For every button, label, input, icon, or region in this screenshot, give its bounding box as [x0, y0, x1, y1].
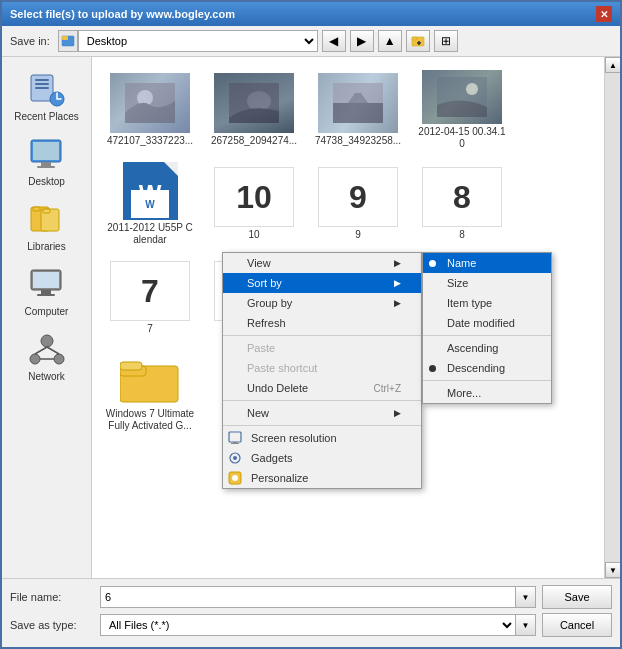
- location-dropdown[interactable]: Desktop: [78, 30, 318, 52]
- photo-thumb-4: [422, 70, 502, 124]
- create-folder-button[interactable]: [406, 30, 430, 52]
- ctx-refresh[interactable]: Refresh: [223, 313, 421, 333]
- ctx-paste-shortcut[interactable]: Paste shortcut: [223, 358, 421, 378]
- vertical-scrollbar[interactable]: ▲ ▼: [604, 57, 620, 578]
- svg-rect-16: [33, 207, 40, 211]
- svg-rect-9: [35, 87, 49, 89]
- file-item-photo3[interactable]: 74738_34923258...: [308, 65, 408, 155]
- file-item-9[interactable]: 9 9: [308, 159, 408, 249]
- ctx-new-arrow: ▶: [394, 408, 401, 418]
- ctx-view[interactable]: View ▶: [223, 253, 421, 273]
- sidebar-item-computer-label: Computer: [25, 306, 69, 317]
- number-thumb-9: 9: [318, 167, 398, 227]
- up-button[interactable]: ▲: [378, 30, 402, 52]
- file-item-10[interactable]: 10 10: [204, 159, 304, 249]
- svg-rect-7: [35, 79, 49, 81]
- svg-point-23: [41, 335, 53, 347]
- photo-thumb-2: [214, 73, 294, 133]
- ctx-group-by[interactable]: Group by ▶: [223, 293, 421, 313]
- sidebar-item-network-label: Network: [28, 371, 65, 382]
- svg-rect-39: [120, 362, 142, 370]
- title-bar: Select file(s) to upload by www.bogley.c…: [2, 2, 620, 26]
- scroll-down-button[interactable]: ▼: [605, 562, 620, 578]
- cancel-button[interactable]: Cancel: [542, 613, 612, 637]
- save-in-label: Save in:: [10, 35, 50, 47]
- save-as-type-select[interactable]: All Files (*.*): [100, 614, 516, 636]
- svg-rect-40: [229, 432, 241, 442]
- file-item-folder[interactable]: Windows 7 Ultimate Fully Activated G...: [100, 347, 200, 437]
- sort-sep2: [423, 380, 551, 381]
- file-label-photo3: 74738_34923258...: [315, 135, 401, 147]
- svg-rect-12: [33, 142, 59, 160]
- sort-item-type[interactable]: Item type: [423, 293, 551, 313]
- ctx-screen-resolution[interactable]: Screen resolution: [223, 428, 421, 448]
- svg-line-27: [47, 347, 59, 354]
- view-button[interactable]: ⊞: [434, 30, 458, 52]
- close-button[interactable]: ✕: [596, 6, 612, 22]
- file-name-dropdown-btn[interactable]: ▼: [516, 586, 536, 608]
- sort-submenu: Name Size Item type Date modified Ascend…: [422, 252, 552, 404]
- file-label-9: 9: [355, 229, 361, 241]
- file-label-word: 2011-2012 U55P Calendar: [105, 222, 195, 246]
- sidebar-item-recent-places[interactable]: Recent Places: [7, 65, 87, 126]
- screen-resolution-icon: [227, 430, 243, 446]
- sidebar-item-network[interactable]: Network: [7, 325, 87, 386]
- file-item-7[interactable]: 7 7: [100, 253, 200, 343]
- desktop-icon: [27, 134, 67, 174]
- libraries-icon: [27, 199, 67, 239]
- save-button[interactable]: Save: [542, 585, 612, 609]
- file-area[interactable]: 472107_3337223... 267258_2094274...: [92, 57, 604, 578]
- sort-size[interactable]: Size: [423, 273, 551, 293]
- sort-name[interactable]: Name: [423, 253, 551, 273]
- number-thumb-7: 7: [110, 261, 190, 321]
- file-name-label: File name:: [10, 591, 100, 603]
- sort-name-bullet: [427, 258, 437, 268]
- svg-rect-20: [33, 272, 59, 288]
- sidebar-item-computer[interactable]: Computer: [7, 260, 87, 321]
- toolbar: Save in: Desktop ◀ ▶ ▲ ⊞: [2, 26, 620, 57]
- sidebar: Recent Places Desktop: [2, 57, 92, 578]
- file-name-input[interactable]: [100, 586, 516, 608]
- ctx-undo-shortcut: Ctrl+Z: [374, 383, 402, 394]
- folder-icon: [110, 352, 190, 406]
- svg-point-46: [232, 475, 238, 481]
- file-item-photo2[interactable]: 267258_2094274...: [204, 65, 304, 155]
- sort-descending-bullet: [427, 363, 437, 373]
- svg-rect-21: [41, 290, 51, 294]
- svg-rect-22: [37, 294, 55, 296]
- sort-descending[interactable]: Descending: [423, 358, 551, 378]
- sidebar-item-desktop[interactable]: Desktop: [7, 130, 87, 191]
- sort-date-modified[interactable]: Date modified: [423, 313, 551, 333]
- save-type-row: Save as type: All Files (*.*) ▼ Cancel: [10, 613, 612, 637]
- ctx-personalize[interactable]: Personalize: [223, 468, 421, 488]
- svg-point-24: [30, 354, 40, 364]
- file-item-photo1[interactable]: 472107_3337223...: [100, 65, 200, 155]
- ctx-sep2: [223, 400, 421, 401]
- svg-point-25: [54, 354, 64, 364]
- file-label-photo4: 2012-04-15 00.34.10: [417, 126, 507, 150]
- forward-button[interactable]: ▶: [350, 30, 374, 52]
- file-item-word[interactable]: W W 2011-2012 U55P Calendar: [100, 159, 200, 249]
- scroll-up-button[interactable]: ▲: [605, 57, 620, 73]
- ctx-undo-delete[interactable]: Undo Delete Ctrl+Z: [223, 378, 421, 398]
- svg-rect-42: [231, 443, 239, 444]
- file-item-photo4[interactable]: 2012-04-15 00.34.10: [412, 65, 512, 155]
- scrollbar-track[interactable]: [605, 73, 620, 562]
- sidebar-item-libraries[interactable]: Libraries: [7, 195, 87, 256]
- ctx-gadgets[interactable]: Gadgets: [223, 448, 421, 468]
- location-icon: [58, 30, 78, 52]
- svg-rect-3: [412, 37, 417, 40]
- sidebar-item-libraries-label: Libraries: [27, 241, 65, 252]
- sort-ascending[interactable]: Ascending: [423, 338, 551, 358]
- ctx-new[interactable]: New ▶: [223, 403, 421, 423]
- ctx-paste[interactable]: Paste: [223, 338, 421, 358]
- ctx-sort-by[interactable]: Sort by ▶: [223, 273, 421, 293]
- file-label-10: 10: [248, 229, 259, 241]
- back-button[interactable]: ◀: [322, 30, 346, 52]
- sort-more[interactable]: More...: [423, 383, 551, 403]
- gadgets-icon: [227, 450, 243, 466]
- save-type-dropdown-btn[interactable]: ▼: [516, 614, 536, 636]
- file-item-8[interactable]: 8 8: [412, 159, 512, 249]
- number-thumb-10: 10: [214, 167, 294, 227]
- svg-rect-8: [35, 83, 49, 85]
